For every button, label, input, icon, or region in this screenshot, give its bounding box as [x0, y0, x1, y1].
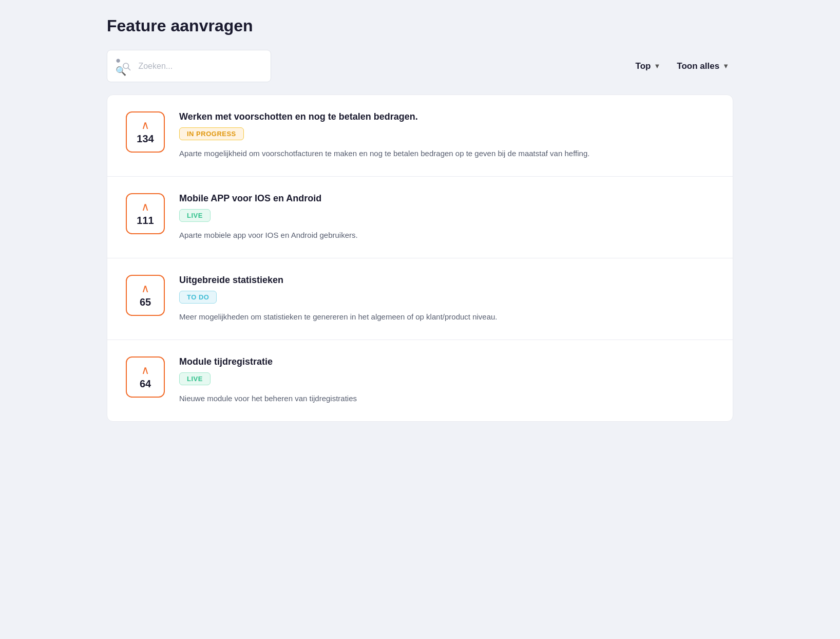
- vote-box[interactable]: ∧ 65: [126, 275, 165, 316]
- vote-arrow-icon: ∧: [141, 201, 149, 213]
- status-badge: IN PROGRESS: [179, 127, 244, 140]
- feature-item: ∧ 65 Uitgebreide statistieken TO DO Meer…: [107, 258, 733, 340]
- vote-count: 111: [137, 215, 154, 227]
- filter-chevron-icon: ▼: [722, 62, 729, 70]
- toolbar-right: Top ▼ Toon alles ▼: [632, 59, 733, 73]
- feature-title: Mobile APP voor IOS en Android: [179, 193, 714, 204]
- filter-button[interactable]: Toon alles ▼: [673, 59, 733, 73]
- status-badge: LIVE: [179, 372, 211, 385]
- feature-content: Werken met voorschotten en nog te betale…: [179, 111, 714, 160]
- vote-count: 65: [140, 296, 151, 308]
- svg-line-1: [128, 68, 130, 70]
- filter-label: Toon alles: [677, 61, 719, 71]
- feature-list: ∧ 134 Werken met voorschotten en nog te …: [107, 95, 733, 422]
- feature-content: Module tijdregistratie LIVE Nieuwe modul…: [179, 356, 714, 405]
- vote-arrow-icon: ∧: [141, 365, 149, 376]
- feature-content: Mobile APP voor IOS en Android LIVE Apar…: [179, 193, 714, 241]
- vote-box[interactable]: ∧ 64: [126, 356, 165, 398]
- vote-box[interactable]: ∧ 134: [126, 111, 165, 153]
- feature-item: ∧ 64 Module tijdregistratie LIVE Nieuwe …: [107, 340, 733, 421]
- vote-box[interactable]: ∧ 111: [126, 193, 165, 234]
- sort-chevron-icon: ▼: [654, 62, 660, 70]
- feature-content: Uitgebreide statistieken TO DO Meer moge…: [179, 275, 714, 323]
- vote-arrow-icon: ∧: [141, 120, 149, 131]
- search-icon-svg: [122, 62, 131, 71]
- feature-description: Nieuwe module voor het beheren van tijdr…: [179, 392, 714, 405]
- feature-item: ∧ 134 Werken met voorschotten en nog te …: [107, 95, 733, 177]
- status-badge: TO DO: [179, 291, 217, 304]
- feature-description: Aparte mobiele app voor IOS en Android g…: [179, 229, 714, 241]
- page-title: Feature aanvragen: [107, 16, 733, 35]
- feature-title: Module tijdregistratie: [179, 356, 714, 367]
- feature-title: Uitgebreide statistieken: [179, 275, 714, 286]
- toolbar: ●🔍 Top ▼ Toon alles ▼: [107, 50, 733, 82]
- status-badge: LIVE: [179, 209, 211, 222]
- sort-label: Top: [636, 61, 651, 71]
- search-input[interactable]: [138, 62, 262, 71]
- feature-description: Meer mogelijkheden om statistieken te ge…: [179, 311, 714, 323]
- sort-button[interactable]: Top ▼: [632, 59, 665, 73]
- feature-title: Werken met voorschotten en nog te betale…: [179, 111, 714, 122]
- vote-count: 134: [137, 133, 154, 145]
- feature-description: Aparte mogelijkheid om voorschotfacturen…: [179, 147, 714, 160]
- vote-count: 64: [140, 378, 151, 390]
- feature-item: ∧ 111 Mobile APP voor IOS en Android LIV…: [107, 177, 733, 258]
- search-box: ●🔍: [107, 50, 271, 82]
- vote-arrow-icon: ∧: [141, 283, 149, 294]
